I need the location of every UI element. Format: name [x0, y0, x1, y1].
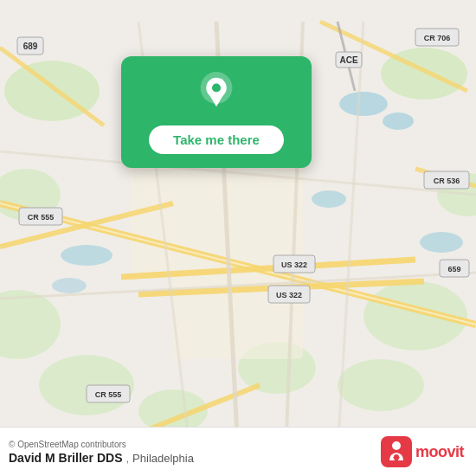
svg-point-3: [61, 245, 113, 266]
moovit-brand-text: moovit: [415, 443, 464, 461]
svg-text:CR 555: CR 555: [95, 390, 122, 399]
bottom-left: © OpenStreetMap contributors David M Bri…: [9, 440, 194, 465]
map-attribution: © OpenStreetMap contributors: [9, 440, 194, 449]
svg-point-9: [0, 290, 61, 359]
take-me-there-button[interactable]: Take me there: [149, 125, 284, 154]
place-name: David M Briller DDS: [9, 451, 122, 465]
svg-text:ACE: ACE: [339, 55, 357, 65]
svg-point-2: [312, 190, 346, 208]
place-info: David M Briller DDS , Philadelphia: [9, 451, 194, 465]
svg-point-1: [383, 113, 414, 130]
moovit-icon: [381, 436, 412, 467]
svg-text:CR 706: CR 706: [424, 34, 451, 42]
svg-text:659: 659: [447, 265, 460, 273]
card-overlay: Take me there: [121, 56, 312, 168]
moovit-logo: moovit: [381, 436, 464, 467]
svg-point-15: [338, 359, 424, 411]
place-city: Philadelphia: [132, 452, 194, 465]
svg-point-5: [420, 232, 463, 253]
map-container: 689 CR 706 CR 555 CR 555 CR 536 US 322 U…: [0, 0, 476, 476]
location-pin-icon: [194, 72, 239, 117]
svg-point-54: [212, 83, 221, 92]
svg-text:689: 689: [23, 42, 38, 51]
bottom-bar: © OpenStreetMap contributors David M Bri…: [0, 427, 476, 476]
svg-point-57: [392, 441, 401, 450]
svg-point-0: [339, 92, 388, 116]
svg-point-4: [52, 278, 87, 293]
svg-text:CR 536: CR 536: [434, 177, 460, 185]
svg-text:US 322: US 322: [281, 261, 307, 269]
svg-text:CR 555: CR 555: [28, 213, 55, 222]
svg-text:US 322: US 322: [276, 291, 302, 299]
